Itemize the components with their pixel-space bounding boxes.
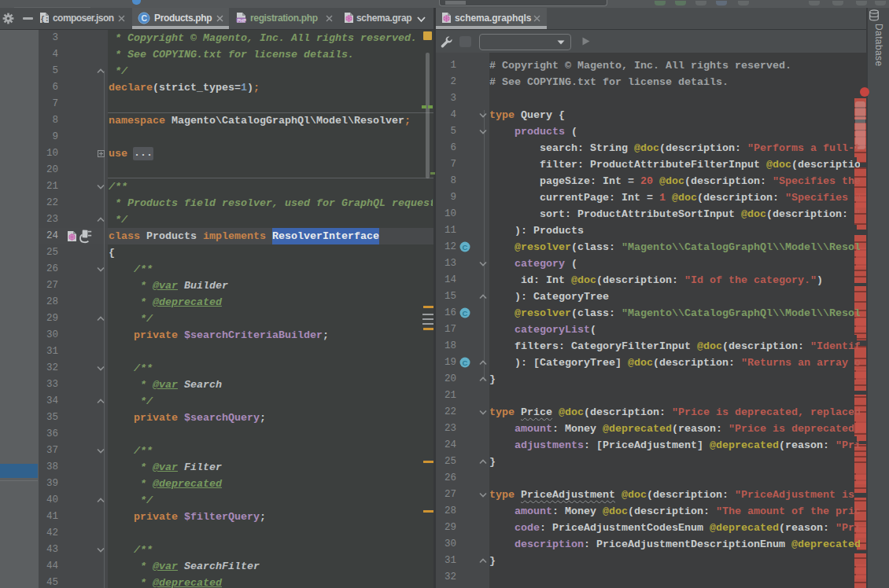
svg-text:C: C xyxy=(462,243,467,252)
svg-text:PHP: PHP xyxy=(238,18,246,23)
svg-text:C: C xyxy=(141,13,147,23)
svg-text:C: C xyxy=(462,309,467,318)
svg-text:{:}: {:} xyxy=(41,16,50,24)
svg-text:C: C xyxy=(462,358,467,367)
